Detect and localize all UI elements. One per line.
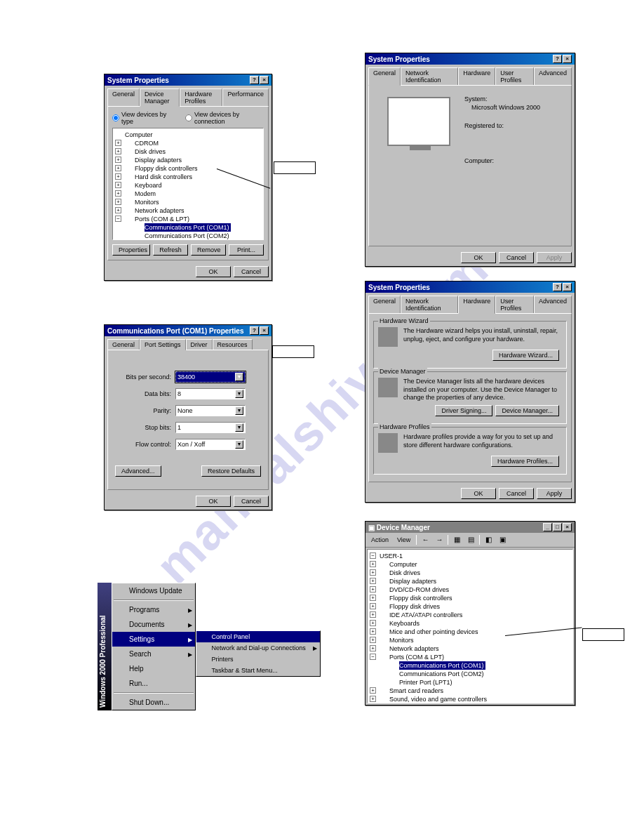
device-tree[interactable]: Computer +CDROM +Disk drives +Display ad… (112, 128, 264, 240)
tree-item[interactable]: +Disk drives (370, 569, 570, 577)
expand-icon[interactable]: + (370, 586, 376, 593)
start-item-settings[interactable]: Settings▶ (112, 632, 195, 647)
cancel-button[interactable]: Cancel (499, 252, 534, 263)
tab-device-manager[interactable]: Device Manager (140, 88, 180, 107)
tab-user-profiles[interactable]: User Profiles (495, 296, 534, 313)
tree-item[interactable]: +CDROM (115, 139, 261, 147)
expand-icon[interactable]: + (370, 628, 376, 635)
minimize-icon[interactable]: _ (543, 523, 552, 531)
sub-item-printers[interactable]: Printers (196, 654, 320, 665)
sub-item-control-panel[interactable]: Control Panel (196, 631, 320, 642)
properties-button[interactable]: Properties (112, 244, 150, 256)
expand-icon[interactable]: + (115, 207, 121, 213)
close-icon[interactable]: × (260, 326, 269, 335)
tab-network-id[interactable]: Network Identification (401, 296, 458, 313)
expand-icon[interactable]: + (370, 569, 376, 576)
tree-item[interactable]: +Modem (115, 190, 261, 198)
cancel-button[interactable]: Cancel (234, 496, 269, 507)
collapse-icon[interactable]: − (370, 654, 376, 660)
tree-item[interactable]: +Floppy disk controllers (370, 594, 570, 602)
expand-icon[interactable]: + (370, 620, 376, 626)
advanced-button[interactable]: Advanced... (115, 465, 161, 477)
tab-general[interactable]: General (107, 88, 140, 106)
expand-icon[interactable]: + (370, 595, 376, 601)
ok-button[interactable]: OK (196, 496, 231, 507)
ok-button[interactable]: OK (461, 252, 496, 263)
refresh-button[interactable]: Refresh (153, 244, 188, 256)
toolbar-icon[interactable]: ▦ (451, 534, 462, 545)
expand-icon[interactable]: + (370, 611, 376, 618)
expand-icon[interactable]: + (115, 199, 121, 205)
device-manager-button[interactable]: Device Manager... (495, 405, 559, 416)
expand-icon[interactable]: + (370, 561, 376, 567)
tree-item[interactable]: +Monitors (115, 198, 261, 206)
hardware-wizard-button[interactable]: Hardware Wizard... (492, 350, 559, 361)
tree-item[interactable]: +Computer (370, 560, 570, 569)
tab-general[interactable]: General (368, 296, 401, 313)
apply-button[interactable]: Apply (537, 488, 572, 499)
flow-combo[interactable]: Xon / Xoff▼ (175, 439, 246, 450)
close-icon[interactable]: × (563, 523, 572, 531)
start-item-help[interactable]: Help (112, 661, 195, 676)
start-item-search[interactable]: Search▶ (112, 647, 195, 661)
tree-item-com1-selected[interactable]: Communications Port (COM1) (145, 223, 231, 232)
sub-item-taskbar[interactable]: Taskbar & Start Menu... (196, 665, 320, 676)
tree-item-com1-selected[interactable]: Communications Port (COM1) (399, 661, 485, 670)
help-icon[interactable]: ? (250, 76, 259, 84)
tab-user-profiles[interactable]: User Profiles (495, 67, 534, 85)
cancel-button[interactable]: Cancel (234, 266, 269, 277)
tab-hardware[interactable]: Hardware (458, 67, 495, 85)
expand-icon[interactable]: + (115, 173, 121, 180)
apply-button[interactable]: Apply (537, 252, 572, 263)
tree-item[interactable]: +Sound, video and game controllers (370, 695, 570, 703)
chevron-down-icon[interactable]: ▼ (235, 423, 243, 432)
tree-item-ports[interactable]: −Ports (COM & LPT) (115, 215, 261, 223)
remove-button[interactable]: Remove (191, 244, 226, 256)
tree-item[interactable]: Communications Port (COM2) (115, 232, 261, 240)
cancel-button[interactable]: Cancel (499, 488, 534, 499)
forward-icon[interactable]: → (434, 534, 445, 545)
collapse-icon[interactable]: − (370, 552, 376, 559)
help-icon[interactable]: ? (553, 55, 562, 63)
tab-general[interactable]: General (368, 67, 401, 86)
chevron-down-icon[interactable]: ▼ (235, 440, 243, 449)
menu-view[interactable]: View (394, 535, 413, 545)
hardware-profiles-button[interactable]: Hardware Profiles... (491, 456, 559, 467)
tree-root[interactable]: −USER-1 (370, 552, 570, 560)
collapse-icon[interactable]: − (115, 216, 121, 222)
expand-icon[interactable]: + (370, 696, 376, 702)
chevron-down-icon[interactable]: ▼ (235, 373, 243, 381)
tree-item[interactable]: +Display adapters (115, 156, 261, 164)
tab-resources[interactable]: Resources (213, 339, 253, 350)
tree-item-ports[interactable]: −Ports (COM & LPT) (370, 653, 570, 661)
tree-item[interactable]: +Smart card readers (370, 687, 570, 695)
tree-item[interactable]: +Monitors (370, 636, 570, 644)
close-icon[interactable]: × (563, 283, 572, 291)
tree-item[interactable]: Printer Port (LPT1) (370, 678, 570, 687)
tree-item[interactable]: +Network adapters (115, 206, 261, 215)
tree-item[interactable]: +DVD/CD-ROM drives (370, 585, 570, 594)
driver-signing-button[interactable]: Driver Signing... (435, 405, 492, 416)
close-icon[interactable]: × (563, 55, 572, 63)
expand-icon[interactable]: + (370, 637, 376, 643)
device-tree[interactable]: −USER-1 +Computer +Disk drives +Display … (367, 549, 573, 703)
expand-icon[interactable]: + (370, 687, 376, 694)
restore-defaults-button[interactable]: Restore Defaults (201, 465, 261, 477)
print-button[interactable]: Print... (229, 244, 264, 256)
chevron-down-icon[interactable]: ▼ (235, 390, 243, 398)
radio-by-type[interactable]: View devices by type (112, 111, 174, 125)
tree-item[interactable]: +Floppy disk controllers (115, 164, 261, 173)
expand-icon[interactable]: + (115, 140, 121, 146)
expand-icon[interactable]: + (115, 182, 121, 188)
expand-icon[interactable]: + (370, 645, 376, 651)
tab-performance[interactable]: Performance (222, 88, 269, 106)
sub-item-network[interactable]: Network and Dial-up Connections▶ (196, 642, 320, 654)
expand-icon[interactable]: + (115, 165, 121, 171)
tree-item[interactable]: +Keyboards (370, 619, 570, 628)
expand-icon[interactable]: + (115, 157, 121, 163)
start-item-windows-update[interactable]: Windows Update (112, 583, 195, 598)
tab-advanced[interactable]: Advanced (534, 67, 572, 85)
tab-general[interactable]: General (107, 339, 140, 350)
tree-item[interactable]: +Disk drives (115, 147, 261, 156)
tab-hardware-profiles[interactable]: Hardware Profiles (180, 88, 222, 106)
